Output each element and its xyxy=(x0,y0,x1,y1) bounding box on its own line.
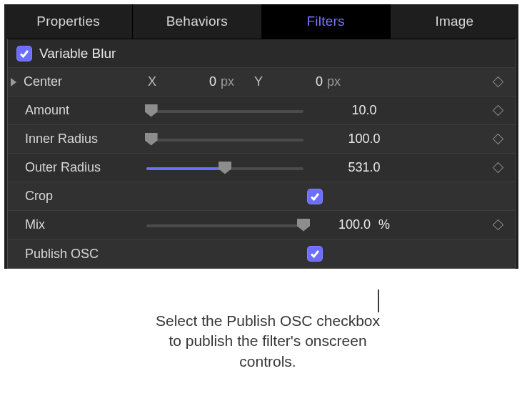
param-row-inner-radius: Inner Radius 100.0 xyxy=(8,125,515,154)
axis-y-label: Y xyxy=(254,74,263,89)
slider-knob[interactable] xyxy=(297,219,310,232)
filter-title-row: Variable Blur xyxy=(8,39,515,68)
axis-y-value[interactable]: 0 xyxy=(267,74,323,89)
inspector-tabs: Properties Behaviors Filters Image xyxy=(4,4,518,39)
slider-knob[interactable] xyxy=(145,133,158,146)
axis-y-unit: px xyxy=(327,74,341,89)
disclosure-icon[interactable] xyxy=(11,78,16,86)
diamond-icon xyxy=(492,219,503,231)
diamond-icon xyxy=(492,76,503,88)
mix-value: 100.0 xyxy=(338,217,371,232)
slider-knob[interactable] xyxy=(145,104,158,117)
slider-track xyxy=(146,139,303,142)
tab-image[interactable]: Image xyxy=(391,4,518,39)
center-value-group: X 0 px Y 0 px xyxy=(138,74,483,89)
inner-radius-slider[interactable] xyxy=(146,132,303,147)
keyframe-button-mix[interactable] xyxy=(483,221,512,229)
tab-filters[interactable]: Filters xyxy=(262,4,391,39)
outer-radius-value-field[interactable]: 531.0 xyxy=(311,160,418,175)
diamond-icon xyxy=(492,105,503,117)
inspector-panel: Properties Behaviors Filters Image Varia… xyxy=(4,4,518,269)
param-row-crop: Crop xyxy=(8,182,515,211)
slider-fill xyxy=(146,167,225,170)
inner-radius-control: 100.0 xyxy=(139,132,483,147)
outer-radius-slider[interactable] xyxy=(146,161,303,175)
crop-checkbox[interactable] xyxy=(307,189,323,204)
keyframe-button-inner-radius[interactable] xyxy=(483,135,512,143)
callout-text: Select the Publish OSC checkbox to publi… xyxy=(150,311,386,372)
param-row-outer-radius: Outer Radius 531.0 xyxy=(8,154,515,182)
mix-unit: % xyxy=(378,217,390,232)
callout-leader-line xyxy=(378,289,379,312)
diamond-icon xyxy=(492,162,503,174)
mix-value-field[interactable]: 100.0 % xyxy=(311,217,418,232)
amount-slider[interactable] xyxy=(146,104,303,118)
param-label-center: Center xyxy=(24,74,138,89)
param-label-amount: Amount xyxy=(25,103,139,118)
slider-knob[interactable] xyxy=(219,162,231,174)
keyframe-button-outer-radius[interactable] xyxy=(483,164,512,172)
param-row-mix: Mix 100.0 % xyxy=(8,211,515,239)
axis-x-label: X xyxy=(148,74,156,89)
publish-osc-checkbox[interactable] xyxy=(307,246,323,262)
inner-radius-value-field[interactable]: 100.0 xyxy=(311,132,418,147)
param-label-publish-osc: Publish OSC xyxy=(25,247,139,262)
check-icon xyxy=(309,248,321,259)
param-row-amount: Amount 10.0 xyxy=(8,96,515,125)
check-icon xyxy=(19,48,30,59)
tab-properties[interactable]: Properties xyxy=(4,4,133,39)
amount-value-field[interactable]: 10.0 xyxy=(311,103,418,118)
param-row-publish-osc: Publish OSC xyxy=(8,239,515,268)
keyframe-button-center[interactable] xyxy=(483,78,512,86)
filter-name-label: Variable Blur xyxy=(39,46,116,61)
mix-slider[interactable] xyxy=(146,218,303,232)
filter-parameters: Variable Blur Center X 0 px Y 0 px Amoun… xyxy=(7,39,516,269)
param-label-inner-radius: Inner Radius xyxy=(25,132,139,147)
diamond-icon xyxy=(492,134,503,145)
param-label-crop: Crop xyxy=(25,189,139,204)
param-label-outer-radius: Outer Radius xyxy=(25,160,139,175)
param-label-mix: Mix xyxy=(25,217,139,232)
check-icon xyxy=(309,191,321,202)
outer-radius-control: 531.0 xyxy=(139,160,483,175)
amount-control: 10.0 xyxy=(139,103,483,118)
param-row-center: Center X 0 px Y 0 px xyxy=(8,68,515,96)
axis-x-value[interactable]: 0 xyxy=(161,74,216,89)
axis-x-unit: px xyxy=(221,74,234,89)
slider-track xyxy=(146,110,303,113)
keyframe-button-amount[interactable] xyxy=(483,107,512,114)
tab-behaviors[interactable]: Behaviors xyxy=(133,4,261,39)
filter-enable-checkbox[interactable] xyxy=(16,46,32,61)
slider-track xyxy=(146,224,303,227)
mix-control: 100.0 % xyxy=(139,217,483,232)
